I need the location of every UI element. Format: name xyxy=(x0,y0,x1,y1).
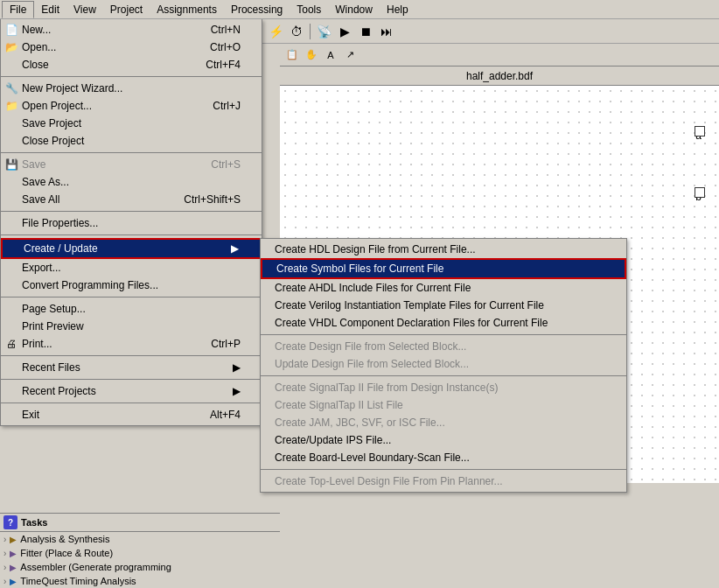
create-ahdl[interactable]: Create AHDL Include Files for Current Fi… xyxy=(261,279,626,297)
create-update-submenu: Create HDL Design File from Current File… xyxy=(260,238,627,493)
menu-close[interactable]: Close Ctrl+F4 xyxy=(1,56,262,74)
port-a-box xyxy=(695,126,705,136)
sub-sep-3 xyxy=(261,469,626,470)
sub-sep-2 xyxy=(261,375,626,376)
menu-view[interactable]: View xyxy=(66,2,103,18)
editor-tb-1[interactable]: 📋 xyxy=(283,46,301,64)
task-arrow-4: › xyxy=(3,577,6,586)
task-icon-2: ▶ xyxy=(10,549,17,558)
help-button[interactable]: ? xyxy=(3,515,17,529)
task-label-2: Fitter (Place & Route) xyxy=(20,548,113,558)
task-analysis[interactable]: › ▶ Analysis & Synthesis xyxy=(0,532,280,546)
editor-tb-4[interactable]: ↗ xyxy=(341,46,359,64)
menu-save[interactable]: 💾 Save Ctrl+S xyxy=(1,156,262,173)
stop-btn[interactable]: ⏹ xyxy=(356,22,375,41)
create-board-level[interactable]: Create Board-Level Boundary-Scan File... xyxy=(261,449,626,466)
create-design-pin[interactable]: Create Top-Level Design File From Pin Pl… xyxy=(261,472,626,490)
editor-title: half_adder.bdf xyxy=(466,70,533,82)
create-update-ips[interactable]: Create/Update IPS File... xyxy=(261,431,626,449)
menu-page-setup[interactable]: Page Setup... xyxy=(1,300,262,318)
file-menu-overlay: 📄 New... Ctrl+N 📂 Open... Ctrl+O Close C… xyxy=(0,19,262,426)
menu-tools[interactable]: Tools xyxy=(290,2,328,18)
recent-projects-arrow: ▶ xyxy=(233,385,241,397)
menu-file-props[interactable]: File Properties... xyxy=(1,214,262,232)
menu-recent-files[interactable]: Recent Files ▶ xyxy=(1,359,262,376)
menu-open-icon: 📂 xyxy=(4,40,18,54)
task-arrow-1: › xyxy=(3,535,6,544)
sub-sep-1 xyxy=(261,334,626,335)
task-icon-1: ▶ xyxy=(10,535,17,544)
menu-save-all[interactable]: Save All Ctrl+Shift+S xyxy=(1,191,262,208)
menu-recent-projects[interactable]: Recent Projects ▶ xyxy=(1,382,262,400)
new-project-icon: 🔧 xyxy=(4,81,18,95)
menu-assignments[interactable]: Assignments xyxy=(150,2,224,18)
create-hdl[interactable]: Create HDL Design File from Current File… xyxy=(261,241,626,258)
menu-project[interactable]: Project xyxy=(103,2,150,18)
menu-window[interactable]: Window xyxy=(328,2,380,18)
asm-btn[interactable]: ⚡ xyxy=(266,22,285,41)
prog-btn[interactable]: 📡 xyxy=(314,22,333,41)
menu-sep-6 xyxy=(1,355,262,356)
menu-new-project[interactable]: 🔧 New Project Wizard... xyxy=(1,80,262,97)
menu-export[interactable]: Export... xyxy=(1,259,262,276)
save-icon: 💾 xyxy=(4,158,18,172)
menu-file[interactable]: File xyxy=(2,1,34,18)
port-b-box xyxy=(695,187,705,198)
menu-exit[interactable]: Exit Alt+F4 xyxy=(1,406,262,424)
menu-create-update[interactable]: Create / Update ▶ Create HDL Design File… xyxy=(1,238,262,259)
step-btn[interactable]: ⏭ xyxy=(377,22,396,41)
menu-sep-3 xyxy=(1,211,262,212)
task-arrow-3: › xyxy=(3,563,6,572)
create-jam[interactable]: Create JAM, JBC, SVF, or ISC File... xyxy=(261,414,626,431)
menu-sep-1 xyxy=(1,76,262,77)
open-project-icon: 📁 xyxy=(4,99,18,113)
run-btn[interactable]: ▶ xyxy=(335,22,354,41)
create-signaltap[interactable]: Create SignalTap II File from Design Ins… xyxy=(261,379,626,396)
create-vhdl[interactable]: Create VHDL Component Declaration Files … xyxy=(261,314,626,332)
menu-edit[interactable]: Edit xyxy=(34,2,66,18)
menu-save-project[interactable]: Save Project xyxy=(1,115,262,132)
file-dropdown: 📄 New... Ctrl+N 📂 Open... Ctrl+O Close C… xyxy=(0,19,262,426)
task-arrow-2: › xyxy=(3,549,6,558)
menu-bar: File Edit View Project Assignments Proce… xyxy=(0,0,719,19)
create-symbol[interactable]: Create Symbol Files for Current File xyxy=(261,258,626,279)
menu-sep-8 xyxy=(1,402,262,403)
tasks-label: Tasks xyxy=(21,517,47,528)
task-label-1: Analysis & Synthesis xyxy=(20,534,109,544)
menu-save-as[interactable]: Save As... xyxy=(1,173,262,191)
create-design-block[interactable]: Create Design File from Selected Block..… xyxy=(261,338,626,355)
task-timequest[interactable]: › ▶ TimeQuest Timing Analysis xyxy=(0,574,280,588)
task-icon-3: ▶ xyxy=(10,563,17,572)
editor-tb-3[interactable]: A xyxy=(322,46,339,64)
task-icon-4: ▶ xyxy=(10,577,17,586)
sep3 xyxy=(310,24,311,39)
menu-print-preview[interactable]: Print Preview xyxy=(1,318,262,335)
menu-open[interactable]: 📂 Open... Ctrl+O xyxy=(1,38,262,56)
menu-new[interactable]: 📄 New... Ctrl+N xyxy=(1,21,262,38)
menu-processing[interactable]: Processing xyxy=(224,2,290,18)
menu-open-project[interactable]: 📁 Open Project... Ctrl+J xyxy=(1,97,262,115)
task-label-4: TimeQuest Timing Analysis xyxy=(20,576,136,586)
menu-print[interactable]: 🖨 Print... Ctrl+P xyxy=(1,335,262,353)
timing-btn[interactable]: ⏱ xyxy=(287,22,306,41)
create-verilog[interactable]: Create Verilog Instantiation Template Fi… xyxy=(261,297,626,314)
create-signaltap-list[interactable]: Create SignalTap II List File xyxy=(261,396,626,414)
task-assembler[interactable]: › ▶ Assembler (Generate programming xyxy=(0,560,280,574)
submenu-arrow: ▶ xyxy=(231,242,239,255)
menu-convert-prog[interactable]: Convert Programming Files... xyxy=(1,276,262,294)
menu-new-icon: 📄 xyxy=(4,23,18,37)
editor-tb-2[interactable]: ✋ xyxy=(303,46,320,64)
menu-sep-2 xyxy=(1,152,262,153)
menu-sep-7 xyxy=(1,379,262,380)
menu-close-project[interactable]: Close Project xyxy=(1,132,262,150)
print-icon: 🖨 xyxy=(4,337,18,351)
task-fitter[interactable]: › ▶ Fitter (Place & Route) xyxy=(0,546,280,560)
task-label-3: Assembler (Generate programming xyxy=(20,562,171,572)
menu-help[interactable]: Help xyxy=(380,2,415,18)
recent-files-arrow: ▶ xyxy=(233,361,241,374)
update-design-block[interactable]: Update Design File from Selected Block..… xyxy=(261,355,626,373)
menu-sep-5 xyxy=(1,297,262,298)
menu-sep-4 xyxy=(1,234,262,235)
